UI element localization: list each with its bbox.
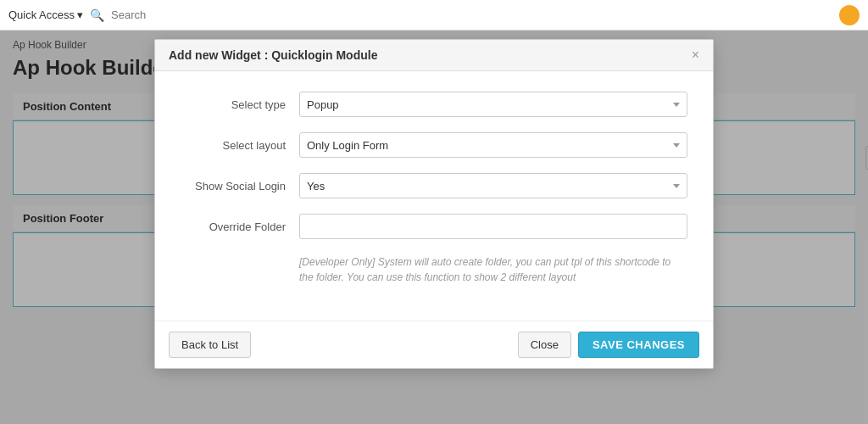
user-avatar[interactable] [839, 5, 860, 25]
hint-row: [Developer Only] System will auto create… [181, 254, 687, 285]
modal-close-button[interactable]: × [692, 48, 699, 62]
search-icon[interactable]: 🔍 [90, 8, 104, 22]
select-layout-row: Select layout Only Login Form Login and … [181, 132, 687, 158]
close-button[interactable]: Close [518, 332, 571, 358]
back-to-list-button[interactable]: Back to List [169, 332, 251, 358]
topbar: Quick Access ▾ 🔍 [0, 0, 868, 31]
modal-title: Add new Widget : Quicklogin Module [169, 48, 377, 62]
modal-dialog: Add new Widget : Quicklogin Module × Sel… [154, 39, 714, 369]
modal-body: Select type Popup Inline Select layout O… [155, 71, 713, 321]
select-layout-label: Select layout [181, 139, 299, 152]
select-type-dropdown[interactable]: Popup Inline [299, 92, 687, 117]
select-layout-dropdown[interactable]: Only Login Form Login and Register [299, 132, 687, 158]
select-type-row: Select type Popup Inline [181, 92, 687, 117]
search-input[interactable] [111, 8, 253, 21]
quick-access-arrow: ▾ [77, 8, 83, 21]
save-changes-button[interactable]: SAVE CHANGES [578, 332, 699, 358]
select-type-label: Select type [181, 98, 299, 111]
quick-access-menu[interactable]: Quick Access ▾ [8, 8, 83, 21]
modal-header: Add new Widget : Quicklogin Module × [155, 40, 713, 71]
override-folder-hint: [Developer Only] System will auto create… [299, 254, 687, 285]
modal-footer-actions: Close SAVE CHANGES [518, 332, 699, 358]
show-social-login-dropdown[interactable]: Yes No [299, 173, 687, 198]
show-social-login-row: Show Social Login Yes No [181, 173, 687, 198]
show-social-login-label: Show Social Login [181, 180, 299, 192]
override-folder-input[interactable] [299, 214, 687, 239]
override-folder-row: Override Folder [181, 214, 687, 239]
quick-access-label: Quick Access [8, 8, 75, 21]
override-folder-label: Override Folder [181, 220, 299, 233]
modal-footer: Back to List Close SAVE CHANGES [155, 321, 713, 368]
modal-overlay: Add new Widget : Quicklogin Module × Sel… [0, 31, 868, 424]
